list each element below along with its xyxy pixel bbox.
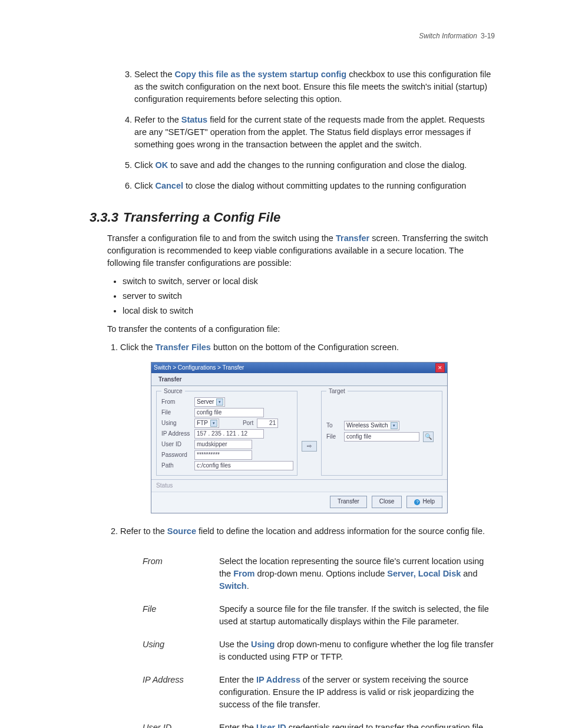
list-item: Click Cancel to close the dialog without… (134, 180, 495, 192)
list-item: Click the Transfer Files button on the b… (120, 341, 495, 513)
userid-label: User ID (161, 440, 194, 449)
ordered-list-main: Select the Copy this file as the system … (77, 68, 495, 192)
dialog-titlebar: Switch > Configurations > Transfer ✕ (151, 363, 447, 373)
bullet-list: switch to switch, server or local disk s… (107, 275, 495, 317)
using-label: Using (161, 419, 194, 428)
chevron-down-icon: ▾ (391, 422, 398, 429)
inline-bold: Status (181, 115, 207, 124)
ip-label: IP Address (161, 430, 194, 439)
chevron-down-icon: ▾ (210, 420, 217, 427)
list-item: Select the Copy this file as the system … (134, 68, 495, 106)
def-desc: Select the location representing the sou… (219, 555, 495, 592)
status-bar: Status (151, 479, 447, 492)
to-label: To (326, 421, 344, 430)
list-item: switch to switch, server or local disk (123, 275, 495, 288)
password-label: Password (161, 451, 194, 460)
using-select[interactable]: FTP▾ (194, 419, 219, 428)
transfer-direction: ⇨ (301, 417, 318, 476)
def-term: IP Address (143, 674, 219, 711)
header-title: Switch Information (419, 32, 477, 40)
list-item: server to switch (123, 290, 495, 302)
port-input[interactable]: 21 (257, 419, 278, 428)
source-fieldset: Source FromServer▾ Fileconfig file Using… (156, 391, 297, 476)
def-term: File (143, 603, 219, 628)
def-row-ip: IP Address Enter the IP Address of the s… (143, 674, 495, 711)
inline-bold: Transfer Files (156, 342, 211, 352)
close-icon[interactable]: ✕ (435, 363, 445, 373)
def-desc: Enter the User ID credentials required t… (219, 722, 495, 728)
port-label: Port (243, 419, 253, 428)
dialog-button-row: Transfer Close ?Help (151, 492, 447, 513)
def-term: Using (143, 638, 219, 663)
target-file-label: File (326, 433, 344, 442)
password-input[interactable]: ********** (194, 450, 252, 460)
ordered-list-sub: Click the Transfer Files button on the b… (107, 341, 495, 538)
def-term: From (143, 555, 219, 592)
help-icon: ? (414, 499, 420, 505)
dialog-breadcrumb: Switch > Configurations > Transfer (154, 363, 244, 373)
tab-transfer[interactable]: Transfer (154, 374, 186, 386)
section-heading: 3.3.3Transferring a Config File (90, 210, 495, 225)
list-item: Refer to the Source field to define the … (120, 525, 495, 538)
path-label: Path (161, 462, 194, 470)
help-button[interactable]: ?Help (406, 496, 442, 508)
to-select[interactable]: Wireless Switch▾ (344, 421, 399, 430)
arrow-right-icon[interactable]: ⇨ (302, 441, 317, 452)
ip-input[interactable]: 157 . 235 . 121 . 12 (194, 429, 264, 439)
def-row-from: From Select the location representing th… (143, 555, 495, 592)
transfer-button[interactable]: Transfer (330, 496, 367, 508)
chevron-down-icon: ▾ (216, 398, 223, 406)
target-file-input[interactable]: config file (344, 432, 419, 442)
definition-table: From Select the location representing th… (143, 555, 495, 728)
inline-bold: Cancel (155, 181, 183, 190)
transfer-dialog: Switch > Configurations > Transfer ✕ Tra… (151, 362, 448, 513)
from-select[interactable]: Server▾ (194, 397, 225, 407)
file-input[interactable]: config file (194, 408, 264, 417)
def-desc: Use the Using drop down-menu to configur… (219, 638, 495, 663)
list-item: Refer to the Status field for the curren… (134, 114, 495, 151)
inline-bold: Source (167, 526, 196, 536)
userid-input[interactable]: mudskipper (194, 440, 252, 449)
page-header: Switch Information3-19 (77, 32, 495, 40)
path-input[interactable]: c:/config files (194, 461, 293, 470)
inline-bold: Transfer (336, 233, 369, 243)
section-title: Transferring a Config File (123, 210, 280, 225)
header-page: 3-19 (481, 32, 495, 40)
def-desc: Enter the IP Address of the server or sy… (219, 674, 495, 711)
list-item: Click OK to save and add the changes to … (134, 159, 495, 172)
intro2-paragraph: To transfer the contents of a configurat… (107, 323, 495, 335)
target-legend: Target (326, 387, 348, 396)
source-legend: Source (161, 387, 185, 396)
search-icon[interactable]: 🔍 (423, 431, 434, 442)
inline-bold: Copy this file as the system startup con… (175, 70, 347, 79)
from-label: From (161, 398, 194, 407)
def-desc: Specify a source file for the file trans… (219, 603, 495, 628)
close-button[interactable]: Close (372, 496, 402, 508)
def-row-using: Using Use the Using drop down-menu to co… (143, 638, 495, 663)
def-row-userid: User ID Enter the User ID credentials re… (143, 722, 495, 728)
intro-paragraph: Transfer a configuration file to and fro… (107, 232, 495, 269)
def-row-file: File Specify a source file for the file … (143, 603, 495, 628)
section-number: 3.3.3 (90, 210, 118, 225)
inline-bold: OK (155, 160, 168, 170)
file-label: File (161, 409, 194, 417)
list-item: local disk to switch (123, 305, 495, 317)
def-term: User ID (143, 722, 219, 728)
dialog-tabrow: Transfer (151, 373, 447, 386)
target-fieldset: Target ToWireless Switch▾ Fileconfig fil… (321, 391, 442, 476)
